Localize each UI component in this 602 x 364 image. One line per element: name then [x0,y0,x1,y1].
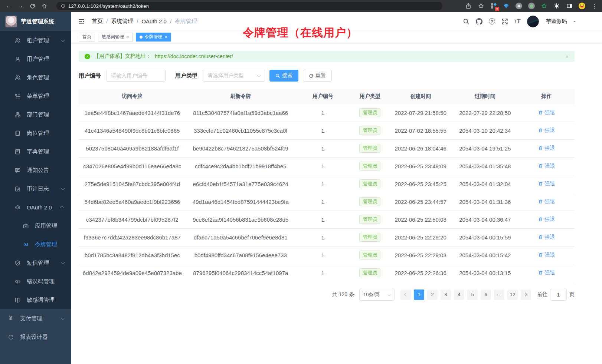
sidebar-item-sensitive[interactable]: 敏感词管理 [0,291,71,309]
breadcrumb-item[interactable]: 系统管理 [111,18,133,25]
force-logout-button[interactable]: 强退 [538,216,555,223]
search-icon[interactable] [463,18,470,25]
next-page-button[interactable] [521,289,531,300]
expires-cell: 2054-03-04 00:15:59 [452,228,518,246]
close-icon[interactable]: × [126,34,129,39]
sidebar: 芋道管理系统 租户管理用户管理角色管理菜单管理部门管理岗位管理字典管理通知公告审… [0,12,71,364]
sidebar-fold-icon[interactable] [78,18,85,25]
action-cell: 强退 [518,211,575,228]
share-icon[interactable] [465,2,472,10]
sensitive-icon [14,297,21,303]
sidebar-item-audit[interactable]: 审计日志 [0,179,71,198]
sidebar-item-tenant[interactable]: 租户管理 [0,31,71,50]
force-logout-button[interactable]: 强退 [538,145,555,152]
force-logout-button[interactable]: 强退 [538,181,555,187]
created-cell: 2022-07-02 18:55:55 [390,122,452,139]
sidebar-item-dept[interactable]: 部门管理 [0,105,71,124]
user-type-tag: 管理员 [359,233,380,242]
force-logout-button[interactable]: 强退 [538,198,555,205]
page-button-2[interactable]: 2 [427,289,438,300]
sidebar-item-notice[interactable]: 通知公告 [0,161,71,179]
browser-reload-icon[interactable] [27,1,37,11]
sidebar-item-app[interactable]: 应用管理 [0,216,71,235]
sidebar-item-pay[interactable]: ¥支付管理 [0,309,71,328]
force-logout-button[interactable]: 强退 [538,163,555,169]
tab-令牌管理[interactable]: 令牌管理× [136,33,171,42]
force-logout-button[interactable]: 强退 [538,109,555,116]
table-row: 41c41346a548490f9dc8b01c6bfe0865333ecfc7… [79,122,575,139]
page-button-5[interactable]: 5 [467,289,478,300]
breadcrumb-item[interactable]: OAuth 2.0 [141,18,167,24]
fullscreen-icon[interactable] [501,18,508,25]
force-logout-button[interactable]: 强退 [538,127,555,134]
browser-forward-icon[interactable]: → [16,1,25,11]
page-button-4[interactable]: 4 [454,289,464,300]
user-name[interactable]: 芋道源码 [546,18,567,25]
sidebar-item-dict[interactable]: 字典管理 [0,142,71,161]
filter-form: 用户编号 用户类型 请选择用户类型 搜索 重置 [79,70,575,82]
profile-avatar-icon[interactable] [578,2,586,10]
user-type-select[interactable]: 请选择用户类型 [203,70,265,82]
chevron-down-icon [61,186,65,190]
font-size-icon[interactable]: TT [514,18,521,24]
extension-gem-icon[interactable] [503,2,510,10]
chevron-down-icon[interactable] [573,21,576,24]
user-type-tag: 管理员 [359,108,380,117]
force-logout-button[interactable]: 强退 [538,269,555,276]
extension-asterisk-icon[interactable] [553,2,560,10]
page-size-select[interactable]: 10条/页 [359,289,395,301]
page-button-6[interactable]: 6 [481,289,491,300]
browser-home-icon[interactable] [39,1,49,11]
action-cell: 强退 [518,122,575,139]
column-header: 创建时间 [390,89,452,104]
chevron-down-icon [388,293,391,296]
sidebar-item-user[interactable]: 用户管理 [0,50,71,68]
trash-icon [538,199,543,204]
extension-record-icon[interactable] [528,2,535,10]
browser-menu-icon[interactable]: ⋮ [591,2,598,10]
github-icon[interactable] [476,18,482,25]
sidebar-item-menu[interactable]: 菜单管理 [0,87,71,105]
breadcrumb-item[interactable]: 首页 [92,18,103,25]
sidebar-panel-icon[interactable] [566,2,573,10]
sidebar-item-token[interactable]: 令牌管理 [0,235,71,254]
browser-back-icon[interactable]: ← [4,1,13,11]
sidebar-item-report[interactable]: 报表设计器 [0,328,71,346]
extension-command-icon[interactable] [515,2,523,10]
page-info-icon[interactable] [61,4,65,8]
sidebar-item-post[interactable]: 岗位管理 [0,124,71,142]
user-avatar[interactable] [527,16,539,27]
tab-首页[interactable]: 首页 [79,33,95,42]
app-logo[interactable]: 芋道管理系统 [0,12,71,31]
refresh-token-cell: 811c530487574fa0af1a59d3abc1aa66 [186,104,295,122]
help-icon[interactable]: ? [489,18,495,24]
url-bar[interactable]: 127.0.0.1:1024/system/oauth2/token [56,2,442,10]
user-id-input[interactable] [106,70,166,82]
sidebar-item-role[interactable]: 角色管理 [0,68,71,87]
sms-icon [14,260,21,266]
sidebar-item-sms[interactable]: 短信管理 [0,254,71,272]
alert-close-icon[interactable]: × [565,53,569,60]
sidebar-item-errcode[interactable]: 错误码管理 [0,272,71,291]
extension-star-icon[interactable] [540,2,548,10]
app-icon [22,223,29,229]
page-button-3[interactable]: 3 [441,289,451,300]
force-logout-button[interactable]: 强退 [538,234,555,241]
reset-button[interactable]: 重置 [303,70,332,82]
created-cell: 2022-06-25 22:29:20 [390,228,452,246]
page-button-1[interactable]: 1 [414,289,424,300]
bookmark-star-icon[interactable] [477,2,485,10]
sidebar-item-oauth[interactable]: OAuth 2.0 [0,198,71,216]
dept-icon [14,112,21,118]
page-button-12[interactable]: 12 [507,289,518,300]
doc-link[interactable]: https://doc.iocoder.cn/user-center/ [155,53,233,59]
extension-grid-icon[interactable]: 9 [490,2,497,10]
tab-敏感词管理[interactable]: 敏感词管理× [98,33,133,42]
close-icon[interactable]: × [165,34,168,39]
expires-cell: 2054-03-10 20:42:34 [452,122,518,139]
prev-page-button[interactable] [400,289,411,300]
goto-page-input[interactable] [550,289,567,301]
search-button[interactable]: 搜索 [269,70,298,82]
force-logout-button[interactable]: 强退 [538,252,555,258]
goto-suffix: 页 [569,291,575,298]
